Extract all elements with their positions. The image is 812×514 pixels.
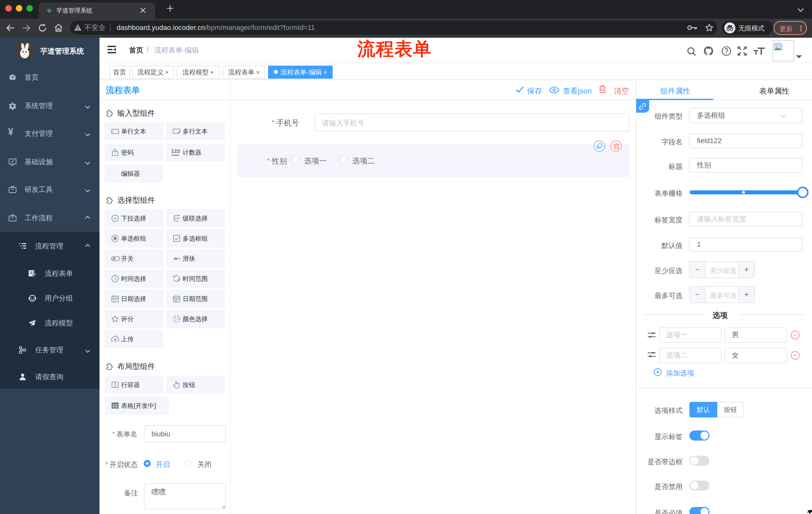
- svg-text:123: 123: [171, 148, 180, 154]
